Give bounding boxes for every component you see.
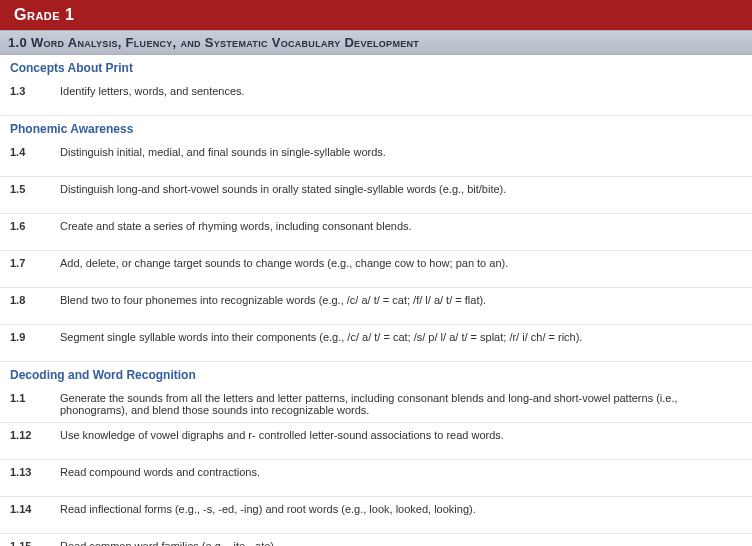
- standard-text: Segment single syllable words into their…: [52, 325, 752, 362]
- standard-row: 1.9Segment single syllable words into th…: [0, 325, 752, 362]
- standard-number: 1.7: [0, 251, 52, 288]
- standard-text: Blend two to four phonemes into recogniz…: [52, 288, 752, 325]
- standard-text: Distinguish long-and short-vowel sounds …: [52, 177, 752, 214]
- standard-number: 1.8: [0, 288, 52, 325]
- standard-text: Create and state a series of rhyming wor…: [52, 214, 752, 251]
- standard-number: 1.1: [0, 386, 52, 423]
- subsection-header: Concepts About Print: [0, 55, 752, 79]
- standard-number: 1.13: [0, 460, 52, 497]
- standard-text: Use knowledge of vowel digraphs and r- c…: [52, 423, 752, 460]
- standard-text: Distinguish initial, medial, and final s…: [52, 140, 752, 177]
- standards-table: 1.1Generate the sounds from all the lett…: [0, 386, 752, 546]
- standard-number: 1.12: [0, 423, 52, 460]
- standards-table: 1.3Identify letters, words, and sentence…: [0, 79, 752, 116]
- standard-text: Identify letters, words, and sentences.: [52, 79, 752, 116]
- section-header: 1.0 Word Analysis, Fluency, and Systemat…: [0, 30, 752, 55]
- standard-row: 1.14Read inflectional forms (e.g., -s, -…: [0, 497, 752, 534]
- standard-text: Generate the sounds from all the letters…: [52, 386, 752, 423]
- standard-row: 1.7Add, delete, or change target sounds …: [0, 251, 752, 288]
- standard-text: Add, delete, or change target sounds to …: [52, 251, 752, 288]
- subsection-header: Decoding and Word Recognition: [0, 362, 752, 386]
- standard-number: 1.5: [0, 177, 52, 214]
- standard-number: 1.4: [0, 140, 52, 177]
- standard-row: 1.4Distinguish initial, medial, and fina…: [0, 140, 752, 177]
- standards-table: 1.4Distinguish initial, medial, and fina…: [0, 140, 752, 362]
- standard-number: 1.6: [0, 214, 52, 251]
- grade-header: Grade 1: [0, 0, 752, 30]
- standard-number: 1.9: [0, 325, 52, 362]
- standard-text: Read common word families (e.g., -ite, -…: [52, 534, 752, 547]
- standard-row: 1.5Distinguish long-and short-vowel soun…: [0, 177, 752, 214]
- standard-text: Read compound words and contractions.: [52, 460, 752, 497]
- standard-row: 1.12Use knowledge of vowel digraphs and …: [0, 423, 752, 460]
- standard-text: Read inflectional forms (e.g., -s, -ed, …: [52, 497, 752, 534]
- standard-row: 1.13Read compound words and contractions…: [0, 460, 752, 497]
- sections-container: 1.0 Word Analysis, Fluency, and Systemat…: [0, 30, 752, 546]
- standard-row: 1.15Read common word families (e.g., -it…: [0, 534, 752, 547]
- subsection-header: Phonemic Awareness: [0, 116, 752, 140]
- standard-number: 1.14: [0, 497, 52, 534]
- standard-number: 1.3: [0, 79, 52, 116]
- standard-row: 1.3Identify letters, words, and sentence…: [0, 79, 752, 116]
- standard-row: 1.8Blend two to four phonemes into recog…: [0, 288, 752, 325]
- standard-row: 1.6Create and state a series of rhyming …: [0, 214, 752, 251]
- standard-row: 1.1Generate the sounds from all the lett…: [0, 386, 752, 423]
- standard-number: 1.15: [0, 534, 52, 547]
